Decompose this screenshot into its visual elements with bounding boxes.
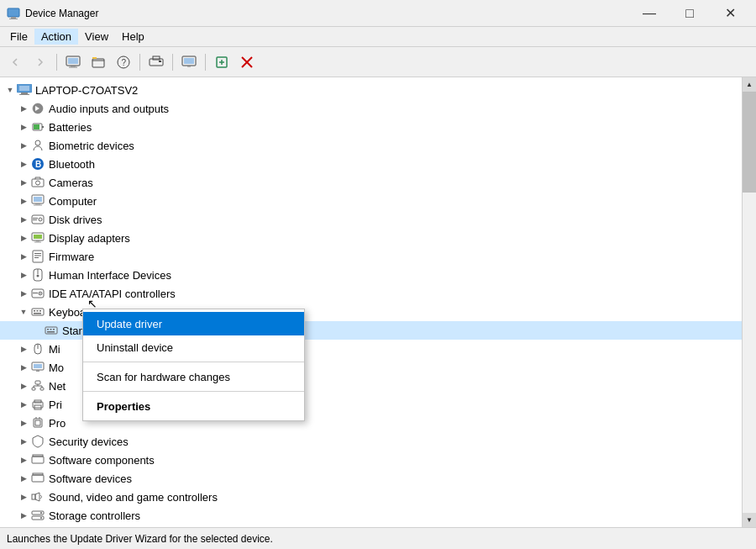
svg-rect-1	[11, 17, 16, 18]
tree-item-sound[interactable]: ▶ Sound, video and game controllers	[0, 488, 742, 506]
device-manager-button[interactable]	[61, 51, 85, 73]
scroll-down-button[interactable]: ▼	[743, 513, 756, 527]
svg-rect-21	[19, 94, 29, 95]
expander-storage[interactable]: ▶	[17, 509, 30, 522]
ctx-update-driver[interactable]: Update driver	[83, 312, 304, 335]
expander-processors[interactable]: ▶	[17, 416, 30, 430]
label-audio: Audio inputs and outputs	[49, 103, 169, 115]
help-button[interactable]: ?	[112, 51, 135, 73]
svg-point-27	[35, 140, 40, 145]
expander-root[interactable]: ▼	[3, 83, 17, 97]
svg-text:B: B	[35, 160, 41, 169]
icon-audio	[30, 101, 45, 116]
icon-disk	[30, 212, 45, 227]
expander-firmware[interactable]: ▶	[17, 250, 30, 263]
tree-item-software-devices[interactable]: ▶ Software devices	[0, 469, 742, 488]
ctx-properties[interactable]: Properties	[83, 394, 304, 418]
scrollbar[interactable]: ▲ ▼	[742, 77, 756, 527]
label-sound: Sound, video and game controllers	[49, 491, 218, 504]
svg-rect-30	[32, 179, 44, 187]
scroll-thumb[interactable]	[743, 92, 756, 193]
expander-printers[interactable]: ▶	[17, 398, 30, 411]
menu-view[interactable]: View	[78, 29, 115, 45]
tree-item-bluetooth[interactable]: ▶ B Bluetooth	[0, 155, 742, 173]
scan-button[interactable]	[144, 51, 168, 73]
tree-item-hid[interactable]: ▶ Human Interface Devices	[0, 266, 742, 284]
window-controls: — □ ✕	[630, 0, 749, 27]
svg-rect-0	[8, 8, 19, 17]
icon-biometric	[30, 138, 45, 153]
tree-item-system[interactable]: ▶ System devices	[0, 525, 742, 527]
expander-hid[interactable]: ▶	[17, 268, 30, 282]
expander-cameras[interactable]: ▶	[17, 176, 30, 189]
expander-software-devices[interactable]: ▶	[17, 472, 30, 485]
svg-point-92	[40, 512, 42, 514]
expander-monitors[interactable]: ▶	[17, 361, 30, 374]
ctx-sep-2	[83, 391, 304, 392]
expander-mice[interactable]: ▶	[17, 342, 30, 356]
tree-item-display[interactable]: ▶ Display adapters	[0, 229, 742, 247]
tree-item-firmware[interactable]: ▶ Firmware	[0, 247, 742, 266]
tree-item-computer[interactable]: ▶ Computer	[0, 192, 742, 210]
tree-panel[interactable]: ▼ LAPTOP-C7OATSV2 ▶ Audio inputs and out…	[0, 77, 742, 527]
svg-point-50	[37, 275, 39, 277]
remove-button[interactable]	[235, 51, 259, 73]
tree-item-root[interactable]: ▼ LAPTOP-C7OATSV2	[0, 81, 742, 99]
icon-ide	[30, 286, 45, 301]
expander-computer[interactable]: ▶	[17, 194, 30, 208]
monitor-button[interactable]	[177, 51, 201, 73]
close-button[interactable]: ✕	[711, 0, 749, 27]
svg-rect-13	[159, 61, 161, 62]
expander-sound[interactable]: ▶	[17, 490, 30, 504]
expander-batteries[interactable]: ▶	[17, 120, 30, 134]
menu-file[interactable]: File	[3, 29, 34, 45]
expander-network[interactable]: ▶	[17, 379, 30, 393]
tree-item-biometric[interactable]: ▶ Biometric devices	[0, 136, 742, 155]
expander-keyboards[interactable]: ▼	[17, 305, 30, 319]
scroll-up-button[interactable]: ▲	[743, 77, 756, 92]
ctx-scan-hardware[interactable]: Scan for hardware changes	[83, 365, 304, 388]
forward-button[interactable]	[29, 51, 52, 73]
icon-cameras	[30, 175, 45, 190]
tree-item-ide[interactable]: ▶ IDE ATA/ATAPI controllers	[0, 284, 742, 303]
svg-rect-16	[187, 66, 191, 67]
back-button[interactable]	[3, 51, 27, 73]
add-button[interactable]	[210, 51, 234, 73]
expander-software-components[interactable]: ▶	[17, 453, 30, 467]
label-monitors: Mo	[49, 362, 64, 374]
menu-action[interactable]: Action	[34, 29, 78, 45]
tree-item-disk[interactable]: ▶ Disk drives	[0, 210, 742, 229]
expander-ide[interactable]: ▶	[17, 287, 30, 300]
expander-biometric[interactable]: ▶	[17, 139, 30, 152]
svg-rect-34	[35, 203, 40, 205]
tree-item-audio[interactable]: ▶ Audio inputs and outputs	[0, 99, 742, 118]
svg-text:?: ?	[122, 58, 127, 67]
label-processors: Pro	[49, 417, 66, 430]
label-disk: Disk drives	[49, 214, 102, 226]
expander-audio[interactable]: ▶	[17, 102, 30, 115]
svg-point-93	[40, 517, 42, 519]
label-software-components: Software components	[49, 454, 155, 467]
toolbar-sep-4	[205, 54, 206, 71]
maximize-button[interactable]: □	[670, 0, 709, 27]
svg-marker-89	[35, 493, 39, 501]
expander-security[interactable]: ▶	[17, 435, 30, 448]
label-display: Display adapters	[49, 232, 130, 245]
browse-button[interactable]	[87, 51, 110, 73]
scroll-track[interactable]	[743, 92, 756, 513]
expander-disk[interactable]: ▶	[17, 213, 30, 226]
expander-display[interactable]: ▶	[17, 231, 30, 245]
tree-item-batteries[interactable]: ▶ Batteries	[0, 118, 742, 136]
icon-mice	[30, 341, 45, 356]
minimize-button[interactable]: —	[630, 0, 669, 27]
tree-item-storage[interactable]: ▶ Storage controllers	[0, 506, 742, 525]
tree-item-security[interactable]: ▶ Security devices	[0, 432, 742, 451]
svg-rect-20	[21, 92, 28, 94]
tree-item-software-components[interactable]: ▶ Software components	[0, 451, 742, 469]
svg-rect-72	[40, 388, 44, 390]
ctx-uninstall-device[interactable]: Uninstall device	[83, 335, 304, 359]
expander-bluetooth[interactable]: ▶	[17, 157, 30, 171]
menu-help[interactable]: Help	[115, 29, 151, 45]
tree-item-cameras[interactable]: ▶ Cameras	[0, 173, 742, 192]
svg-rect-44	[33, 251, 43, 262]
